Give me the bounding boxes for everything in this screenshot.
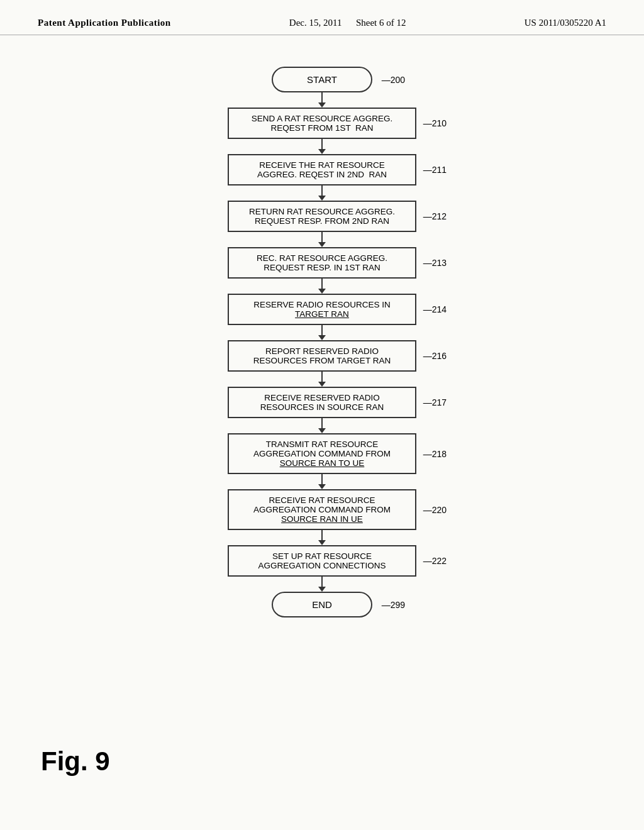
connector-8 [318,474,326,489]
step-218-label: —218 [423,449,447,459]
header-sheet: Sheet 6 of 12 [356,18,406,28]
step-211-label: —211 [423,165,447,175]
connector-0 [318,92,326,108]
step-210-wrapper: SEND A RAT RESOURCE AGGREG.REQEST FROM 1… [228,108,416,139]
connector-10 [318,577,326,592]
step-222-wrapper: SET UP RAT RESOURCEAGGREGATION CONNECTIO… [228,545,416,577]
step-218: TRANSMIT RAT RESOURCEAGGREGATION COMMAND… [228,433,416,474]
step-220-label: —220 [423,505,447,515]
connector-6 [318,372,326,387]
header-patent-number: US 2011/0305220 A1 [525,18,606,28]
connector-5 [318,325,326,340]
step-211-wrapper: RECEIVE THE RAT RESOURCEAGGREG. REQEST I… [228,154,416,185]
step-213-label: —213 [423,258,447,268]
connector-7 [318,418,326,433]
end-number: —299 [382,600,405,610]
step-222-label: —222 [423,556,447,566]
connector-2 [318,185,326,201]
step-213-wrapper: REC. RAT RESOURCE AGGREG.REQUEST RESP. I… [228,247,416,279]
start-node-wrapper: START —200 [272,67,372,92]
step-217: RECEIVE RESERVED RADIORESOURCES IN SOURC… [228,387,416,418]
end-node: END [272,592,372,617]
end-node-wrapper: END —299 [272,592,372,617]
step-216: REPORT RESERVED RADIORESOURCES FROM TARG… [228,340,416,372]
connector-3 [318,232,326,247]
step-214-label: —214 [423,304,447,314]
header-date: Dec. 15, 2011 [289,18,342,28]
page-header: Patent Application Publication Dec. 15, … [0,0,644,35]
step-212-label: —212 [423,211,447,221]
step-213: REC. RAT RESOURCE AGGREG.REQUEST RESP. I… [228,247,416,279]
step-216-wrapper: REPORT RESERVED RADIORESOURCES FROM TARG… [228,340,416,372]
start-number: —200 [382,75,405,85]
figure-label: Fig. 9 [41,746,110,777]
step-214: RESERVE RADIO RESOURCES INTARGET RAN [228,294,416,325]
step-217-wrapper: RECEIVE RESERVED RADIORESOURCES IN SOURC… [228,387,416,418]
step-212: RETURN RAT RESOURCE AGGREG.REQUEST RESP.… [228,201,416,232]
step-210: SEND A RAT RESOURCE AGGREG.REQEST FROM 1… [228,108,416,139]
step-222: SET UP RAT RESOURCEAGGREGATION CONNECTIO… [228,545,416,577]
start-node: START [272,67,372,92]
step-216-label: —216 [423,351,447,361]
step-210-label: —210 [423,118,447,128]
header-date-sheet: Dec. 15, 2011 Sheet 6 of 12 [289,18,406,28]
end-label: END [312,599,332,610]
step-220-wrapper: RECEIVE RAT RESOURCEAGGREGATION COMMAND … [228,489,416,530]
step-212-wrapper: RETURN RAT RESOURCE AGGREG.REQUEST RESP.… [228,201,416,232]
connector-1 [318,139,326,154]
connector-4 [318,279,326,294]
step-214-wrapper: RESERVE RADIO RESOURCES INTARGET RAN —21… [228,294,416,325]
page: Patent Application Publication Dec. 15, … [0,0,644,830]
start-label: START [307,74,337,85]
connector-9 [318,530,326,545]
step-211: RECEIVE THE RAT RESOURCEAGGREG. REQEST I… [228,154,416,185]
step-218-wrapper: TRANSMIT RAT RESOURCEAGGREGATION COMMAND… [228,433,416,474]
header-publication-label: Patent Application Publication [38,18,171,28]
step-217-label: —217 [423,397,447,407]
flowchart: START —200 SEND A RAT RESOURCE AGGREG.RE… [0,35,644,617]
step-220: RECEIVE RAT RESOURCEAGGREGATION COMMAND … [228,489,416,530]
